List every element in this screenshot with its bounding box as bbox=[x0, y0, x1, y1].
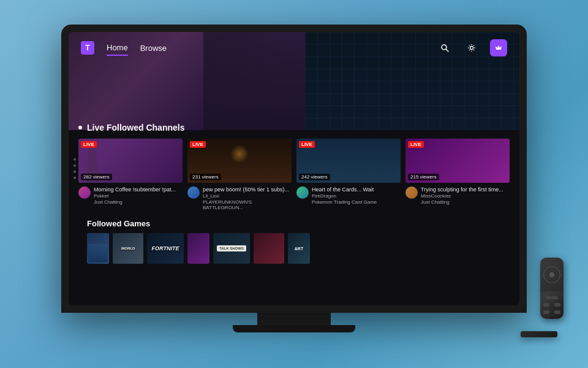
viewer-count-1: 282 viewers bbox=[81, 174, 112, 180]
nav-icons bbox=[436, 39, 507, 56]
svg-point-0 bbox=[442, 45, 447, 50]
tv-body: T Home Browse bbox=[61, 25, 527, 313]
channel-name-4: MissCoockiez bbox=[421, 193, 510, 199]
remote-btn-row-2 bbox=[543, 310, 560, 314]
remote-btn-row bbox=[543, 303, 560, 307]
stream-title-4: Trying sculpting for the first time... bbox=[421, 186, 510, 193]
channel-card-2[interactable]: LIVE 231 viewers pew pew boom! (50% tier… bbox=[187, 139, 292, 210]
remote-btn-home[interactable] bbox=[554, 310, 560, 314]
channels-grid: LIVE 282 viewers Morning Coffee !subtemb… bbox=[78, 139, 510, 210]
svg-line-1 bbox=[447, 50, 449, 52]
tv-screen: T Home Browse bbox=[69, 32, 519, 305]
channel-game-3: Pokemon Trading Card Game bbox=[312, 199, 401, 205]
game-tile-fortnite[interactable]: FORTNITE bbox=[147, 233, 184, 264]
viewer-count-4: 215 viewers bbox=[408, 174, 439, 180]
games-row: WORLD FORTNITE bbox=[78, 233, 510, 264]
channel-thumb-2: LIVE 231 viewers bbox=[187, 139, 292, 183]
remote-body bbox=[540, 258, 564, 319]
svg-point-2 bbox=[470, 47, 473, 50]
channel-avatar-4 bbox=[405, 186, 418, 199]
lamp-glow bbox=[230, 145, 249, 163]
crown-button[interactable] bbox=[490, 39, 507, 56]
stream-title-3: Heart of the Cards... Wait bbox=[312, 186, 401, 193]
tv-container: T Home Browse bbox=[61, 25, 527, 343]
viewer-count-3: 242 viewers bbox=[299, 174, 330, 180]
remote-top bbox=[540, 258, 564, 291]
channel-meta-3: Heart of the Cards... Wait FireDragon Po… bbox=[312, 186, 401, 205]
viewer-count-2: 231 viewers bbox=[190, 174, 221, 180]
twitch-logo[interactable]: T bbox=[81, 41, 94, 55]
channel-card-4[interactable]: LIVE 215 viewers Trying sculpting for th… bbox=[405, 139, 510, 210]
remote-btn-play[interactable] bbox=[543, 310, 549, 314]
main-content: Live Followed Channels LIVE 282 viewers bbox=[69, 123, 519, 264]
atv-body bbox=[521, 331, 557, 337]
nav-home[interactable]: Home bbox=[107, 40, 128, 56]
live-channels-header: Live Followed Channels bbox=[78, 123, 510, 132]
stream-title-1: Morning Coffee !subtember !pat... bbox=[94, 186, 183, 193]
game-tile-6[interactable] bbox=[254, 233, 284, 264]
live-channels-title: Live Followed Channels bbox=[87, 123, 184, 132]
remote-menu-btn[interactable] bbox=[546, 296, 558, 299]
apple-tv-box bbox=[521, 331, 557, 337]
channel-name-2: Lil_Lexi bbox=[203, 193, 292, 199]
channel-avatar-2 bbox=[187, 186, 200, 199]
remote-trackpad[interactable] bbox=[543, 266, 560, 283]
remote-center bbox=[549, 272, 554, 277]
channel-name-1: Pokket bbox=[94, 193, 183, 199]
twitch-icon: T bbox=[85, 44, 89, 52]
channel-avatar-3 bbox=[296, 186, 309, 199]
channel-thumb-3: LIVE 242 viewers bbox=[296, 139, 401, 183]
channel-card-1[interactable]: LIVE 282 viewers Morning Coffee !subtemb… bbox=[78, 139, 183, 210]
game-tile-art[interactable]: ART bbox=[288, 233, 310, 264]
nav-bar: T Home Browse bbox=[69, 32, 519, 61]
channel-info-3: Heart of the Cards... Wait FireDragon Po… bbox=[296, 186, 401, 205]
followed-games-title: Followed Games bbox=[78, 219, 510, 228]
channel-meta-1: Morning Coffee !subtember !pat... Pokket… bbox=[94, 186, 183, 205]
channel-meta-2: pew pew boom! (50% tier 1 subs)... Lil_L… bbox=[203, 186, 292, 210]
search-button[interactable] bbox=[436, 39, 453, 56]
remote-btn-right[interactable] bbox=[554, 303, 560, 307]
channel-thumb-1: LIVE 282 viewers bbox=[78, 139, 183, 183]
channel-meta-4: Trying sculpting for the first time... M… bbox=[421, 186, 510, 205]
game-tile-2[interactable]: WORLD bbox=[113, 233, 143, 264]
channel-thumb-4: LIVE 215 viewers bbox=[405, 139, 510, 183]
channel-info-2: pew pew boom! (50% tier 1 subs)... Lil_L… bbox=[187, 186, 292, 210]
game-tile-talk-shows[interactable]: TALK SHOWS bbox=[213, 233, 250, 264]
live-badge-2: LIVE bbox=[190, 141, 206, 148]
channel-info-1: Morning Coffee !subtember !pat... Pokket… bbox=[78, 186, 183, 205]
channel-avatar-1 bbox=[78, 186, 91, 199]
game-tile-4[interactable] bbox=[187, 233, 209, 264]
followed-games-section: Followed Games WORLD bbox=[78, 219, 510, 264]
channel-card-3[interactable]: LIVE 242 viewers Heart of the Cards... W… bbox=[296, 139, 401, 210]
remote-btn-left[interactable] bbox=[543, 303, 549, 307]
channel-game-4: Just Chatting bbox=[421, 199, 510, 205]
live-badge-4: LIVE bbox=[408, 141, 424, 148]
channel-game-2: PLAYERUNKNOWN'S BATTLEGROUN... bbox=[203, 199, 292, 210]
game-tile-1[interactable] bbox=[87, 233, 109, 264]
settings-button[interactable] bbox=[463, 39, 480, 56]
stream-title-2: pew pew boom! (50% tier 1 subs)... bbox=[203, 186, 292, 193]
remote-bottom bbox=[540, 291, 564, 319]
live-badge-1: LIVE bbox=[81, 141, 97, 148]
tv-stand-neck bbox=[257, 313, 331, 325]
channel-info-4: Trying sculpting for the first time... M… bbox=[405, 186, 510, 205]
apple-tv-remote bbox=[540, 258, 564, 319]
nav-browse[interactable]: Browse bbox=[140, 41, 167, 55]
channel-name-3: FireDragon bbox=[312, 193, 401, 199]
live-badge-3: LIVE bbox=[299, 141, 315, 148]
tv-stand-base bbox=[233, 325, 355, 332]
section-dot bbox=[78, 126, 82, 129]
channel-game-1: Just Chatting bbox=[94, 199, 183, 205]
